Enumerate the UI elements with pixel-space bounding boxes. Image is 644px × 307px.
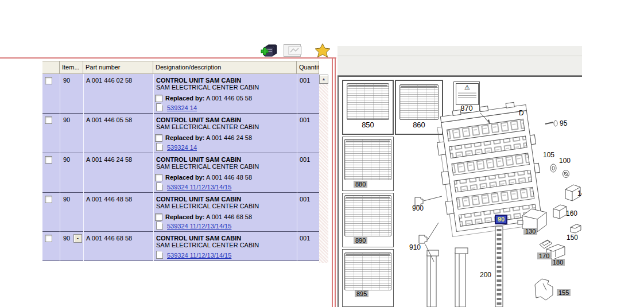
replaced-part-number: A 001 446 68 58 — [206, 213, 252, 220]
replaced-checkbox[interactable] — [155, 95, 162, 102]
fuse-chart-sticker — [344, 139, 391, 180]
diagram-panel: ⚠ — [337, 76, 582, 307]
document-icon — [156, 143, 163, 151]
replaced-by-label: Replaced by: — [165, 95, 204, 102]
warning-sticker: ⚠ — [456, 83, 479, 105]
row-checkbox[interactable] — [45, 116, 52, 124]
part-number: A 001 446 24 58 — [86, 156, 132, 163]
row-checkbox[interactable] — [45, 196, 52, 203]
callout-D: D — [519, 109, 524, 117]
table-row[interactable]: 90 A 001 446 48 58 CONTROL UNIT SAM CABI… — [42, 193, 319, 232]
callout-130[interactable]: 130 — [523, 228, 537, 235]
column-separator — [153, 74, 154, 261]
item-number: 90 — [63, 196, 70, 203]
column-separator — [297, 74, 297, 261]
document-icon — [156, 221, 163, 230]
table-row[interactable]: 90 A 001 446 24 58 CONTROL UNIT SAM CABI… — [42, 153, 319, 193]
fuse-chart-sticker — [344, 195, 391, 236]
part-name: CONTROL UNIT SAM CABIN — [156, 196, 259, 203]
collapse-button[interactable]: - — [73, 234, 82, 243]
callout-100[interactable]: 100 — [559, 157, 571, 165]
document-icon — [156, 182, 163, 191]
row-checkbox[interactable] — [45, 235, 52, 242]
add-parts-button[interactable] — [257, 42, 276, 57]
callout-155[interactable]: 155 — [557, 289, 571, 296]
callout-180[interactable]: 180 — [551, 259, 565, 266]
callout-105[interactable]: 105 — [543, 151, 554, 159]
replaced-checkbox[interactable] — [155, 174, 162, 181]
header-designation: Designation/description — [153, 61, 297, 74]
callout-910[interactable]: 910 — [409, 243, 421, 251]
image-view-button[interactable] — [284, 44, 301, 57]
pane-splitter[interactable] — [332, 57, 333, 307]
part-name: CONTROL UNIT SAM CABIN — [156, 77, 259, 84]
table-row[interactable]: 90 A 001 446 02 58 CONTROL UNIT SAM CABI… — [42, 74, 319, 114]
table-row[interactable]: 90 A 001 446 05 58 CONTROL UNIT SAM CABI… — [42, 114, 319, 153]
callout-160[interactable]: 160 — [566, 209, 577, 217]
footnote-link[interactable]: 539324 14 — [167, 104, 197, 111]
callout-900[interactable]: 900 — [412, 204, 424, 212]
callout-140[interactable]: 140 — [577, 189, 582, 197]
label-sticker — [347, 83, 389, 120]
callout-895[interactable]: 895 — [355, 290, 368, 297]
fuse-chart-sticker — [344, 252, 391, 290]
warning-triangle-icon: ⚠ — [464, 84, 470, 91]
footnote-link[interactable]: 539324 11/12/13/14/15 — [167, 184, 231, 191]
footnote-link[interactable]: 539324 11/12/13/14/15 — [167, 252, 231, 259]
footnote-link[interactable]: 539324 11/12/13/14/15 — [167, 223, 231, 230]
replaced-by-label: Replaced by: — [165, 213, 204, 220]
callout-880[interactable]: 880 — [354, 181, 367, 188]
scroll-up-button[interactable]: ▲ — [319, 75, 328, 84]
column-separator — [83, 74, 84, 261]
diagram-toolbar — [337, 46, 582, 76]
part-number: A 001 446 05 58 — [86, 116, 132, 123]
replaced-checkbox[interactable] — [155, 134, 162, 142]
header-select-column — [42, 61, 60, 74]
replaced-checkbox[interactable] — [155, 213, 162, 221]
callout-95[interactable]: 95 — [560, 119, 567, 127]
table-row[interactable]: 90 - A 001 446 68 58 CONTROL UNIT SAM CA… — [42, 232, 319, 261]
part-description: SAM ELECTRICAL CENTER CABIN — [156, 242, 259, 248]
label-sticker — [399, 84, 439, 120]
quantity: 001 — [300, 156, 310, 163]
callout-170[interactable]: 170 — [537, 252, 551, 259]
item-number: 90 — [63, 156, 70, 163]
item-number: 90 — [63, 235, 70, 242]
part-description: SAM ELECTRICAL CENTER CABIN — [156, 123, 259, 130]
item-number: 90 — [63, 77, 70, 84]
part-description: SAM ELECTRICAL CENTER CABIN — [156, 163, 259, 170]
part-name: CONTROL UNIT SAM CABIN — [156, 235, 259, 242]
replaced-part-number: A 001 446 05 58 — [206, 95, 252, 102]
replaced-part-number: A 001 446 48 58 — [206, 174, 252, 181]
up-arrow-icon: ▲ — [322, 77, 326, 81]
callout-200[interactable]: 200 — [480, 271, 491, 279]
callout-870[interactable]: 870 — [453, 104, 480, 112]
row-checkbox[interactable] — [45, 77, 52, 84]
footnote-link[interactable]: 539324 14 — [167, 144, 197, 151]
callout-890[interactable]: 890 — [354, 237, 367, 244]
part-description: SAM ELECTRICAL CENTER CABIN — [156, 84, 259, 91]
callout-850[interactable]: 850 — [342, 121, 394, 129]
header-item: Item... — [60, 61, 83, 74]
pane-border-top — [0, 57, 336, 59]
callout-90-selected[interactable]: 90 — [495, 215, 507, 224]
scrollbar-track[interactable] — [319, 84, 328, 263]
quantity: 001 — [300, 116, 310, 123]
header-part-number: Part number — [83, 61, 153, 74]
item-number: 90 — [63, 116, 70, 123]
row-checkbox[interactable] — [45, 156, 52, 164]
replaced-by-label: Replaced by: — [165, 134, 204, 141]
favorites-button[interactable] — [311, 42, 329, 57]
replaced-by-label: Replaced by: — [165, 174, 204, 181]
quantity: 001 — [300, 196, 310, 203]
part-number: A 001 446 48 58 — [86, 196, 132, 203]
image-icon — [288, 45, 302, 56]
callout-860[interactable]: 860 — [395, 121, 443, 129]
document-icon — [156, 251, 163, 259]
header-quantity: Quantit — [297, 61, 319, 74]
pane-splitter[interactable] — [335, 57, 336, 307]
callout-150[interactable]: 150 — [567, 234, 578, 242]
part-name: CONTROL UNIT SAM CABIN — [156, 156, 259, 163]
star-icon — [314, 43, 331, 57]
part-number: A 001 446 68 58 — [86, 235, 132, 242]
